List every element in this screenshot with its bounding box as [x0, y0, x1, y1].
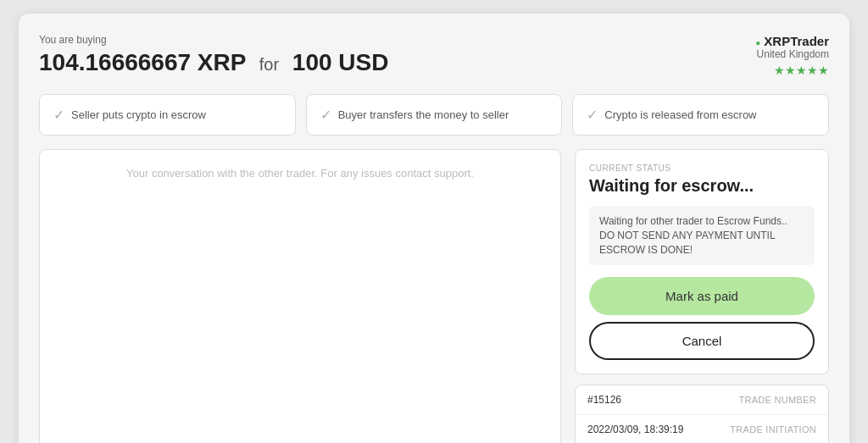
- fiat-amount: 100 USD: [292, 49, 389, 75]
- table-row: #15126 TRADE NUMBER: [576, 385, 828, 415]
- chat-message-area: Trade started. Say Hi and wait for XRPTr…: [40, 180, 560, 443]
- trade-details: #15126 TRADE NUMBER 2022/03/09, 18:39:19…: [575, 385, 829, 443]
- table-row: 2022/03/09, 18:39:19 TRADE INITIATION: [576, 415, 828, 443]
- step-3: ✓ Crypto is released from escrow: [572, 94, 829, 136]
- top-bar: You are buying 104.16666667 XRP for 100 …: [39, 34, 829, 77]
- step-1-check-icon: ✓: [53, 107, 64, 123]
- chat-top-placeholder: Your conversation with the other trader.…: [40, 150, 560, 180]
- current-status-label: CURRENT STATUS: [589, 163, 815, 173]
- trade-title: 104.16666667 XRP for 100 USD: [39, 49, 388, 76]
- step-2-label: Buyer transfers the money to seller: [338, 108, 509, 121]
- step-1-label: Seller puts crypto in escrow: [71, 108, 206, 121]
- trader-info: XRPTrader United Kingdom ★★★★★: [755, 34, 829, 77]
- trade-number-value: #15126: [587, 394, 621, 406]
- for-text: for: [259, 55, 279, 74]
- mark-paid-button[interactable]: Mark as paid: [589, 277, 815, 315]
- buying-label: You are buying: [39, 34, 388, 46]
- trader-stars: ★★★★★: [755, 64, 829, 77]
- steps-bar: ✓ Seller puts crypto in escrow ✓ Buyer t…: [39, 94, 829, 136]
- content-area: Your conversation with the other trader.…: [39, 149, 829, 443]
- step-2: ✓ Buyer transfers the money to seller: [306, 94, 563, 136]
- escrow-warning: Waiting for other trader to Escrow Funds…: [589, 206, 815, 265]
- status-heading: Waiting for escrow...: [589, 176, 815, 196]
- buying-section: You are buying 104.16666667 XRP for 100 …: [39, 34, 388, 76]
- trader-location: United Kingdom: [755, 48, 829, 60]
- right-panel: CURRENT STATUS Waiting for escrow... Wai…: [575, 149, 829, 443]
- main-container: You are buying 104.16666667 XRP for 100 …: [19, 14, 849, 443]
- trade-number-label: TRADE NUMBER: [738, 395, 816, 405]
- step-3-check-icon: ✓: [587, 107, 598, 123]
- step-2-check-icon: ✓: [320, 107, 331, 123]
- step-3-label: Crypto is released from escrow: [604, 108, 756, 121]
- trade-initiation-value: 2022/03/09, 18:39:19: [587, 424, 683, 435]
- cancel-button[interactable]: Cancel: [589, 322, 815, 360]
- trader-name: XRPTrader: [755, 34, 829, 48]
- chat-panel: Your conversation with the other trader.…: [39, 149, 561, 443]
- status-box: CURRENT STATUS Waiting for escrow... Wai…: [575, 149, 829, 374]
- step-1: ✓ Seller puts crypto in escrow: [39, 94, 296, 136]
- trade-initiation-label: TRADE INITIATION: [730, 424, 816, 435]
- crypto-amount: 104.16666667 XRP: [39, 49, 246, 75]
